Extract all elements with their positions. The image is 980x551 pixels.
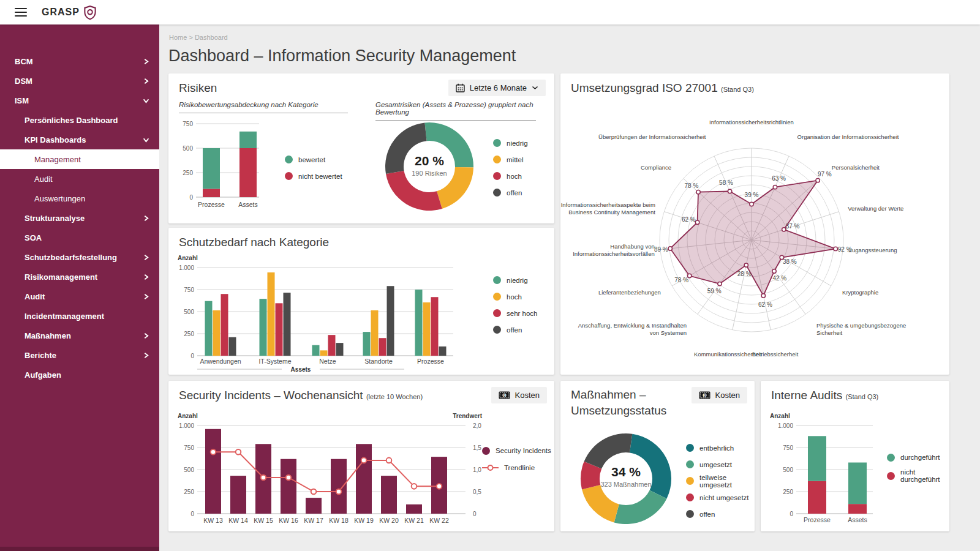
sidebar-item-label: Audit [34, 174, 53, 184]
svg-text:39 %: 39 % [745, 192, 759, 198]
sidebar-item-label: KPI Dashboards [24, 135, 86, 144]
svg-text:250: 250 [783, 489, 793, 495]
menu-icon[interactable] [15, 8, 27, 17]
legend-item: nicht durchgeführt [887, 467, 949, 485]
legend-item: Trendlinie [482, 459, 551, 476]
breadcrumb[interactable]: Home > Dashboard [169, 34, 228, 41]
svg-text:58 %: 58 % [719, 179, 733, 186]
sidebar-item-ism[interactable]: ISM [0, 91, 159, 110]
sidebar-item-aufgaben[interactable]: Aufgaben [0, 365, 159, 384]
radar-axis-label: Zugangssteuerung [848, 246, 897, 253]
legend-dot [686, 510, 694, 518]
radar-axis-label: Organisation der Informationssicherheit [797, 133, 899, 141]
legend-item: niedrig [493, 135, 528, 151]
sidebar-item-incidentmanagement[interactable]: Incidentmanagement [0, 306, 159, 326]
svg-text:2,0: 2,0 [473, 422, 481, 429]
sidebar-item-label: Risikomanagement [24, 272, 97, 282]
legend-incidents: Security IncidentsTrendlinie [482, 442, 551, 476]
legend-massnahmen: entbehrlichumgesetztteilweise umgesetztn… [686, 440, 755, 522]
sidebar-item-maßnahmen[interactable]: Maßnahmen [0, 326, 159, 345]
donut-center-value: 34 % [589, 465, 663, 479]
svg-text:Assets: Assets [291, 366, 311, 373]
chevron-right-icon [143, 254, 149, 261]
legend-coverage: bewertetnicht bewertet [285, 151, 342, 184]
legend-item: offen [493, 184, 528, 201]
chevron-down-icon [143, 97, 149, 104]
svg-text:KW 13: KW 13 [203, 517, 223, 524]
legend-dot [482, 447, 490, 455]
legend-item: teilweise umgesetzt [686, 473, 755, 489]
radar-axis-label: Verwaltung der Werte [848, 205, 903, 212]
sidebar-item-dsm[interactable]: DSM [0, 71, 159, 91]
chevron-right-icon [143, 352, 149, 359]
donut-center-value: 20 % [393, 154, 466, 168]
legend-audits: durchgeführtnicht durchgeführt [887, 448, 949, 485]
legend-label: offen [507, 326, 522, 334]
legend-label: Security Incidents [496, 447, 551, 454]
legend-item: niedrig [493, 272, 538, 288]
svg-text:63 %: 63 % [772, 175, 786, 182]
legend-item: nicht bewertet [285, 168, 342, 184]
sidebar-item-label: Audit [24, 292, 45, 301]
chevron-right-icon [143, 293, 149, 300]
sidebar-item-label: Auswertungen [34, 194, 85, 203]
legend-dot [887, 454, 895, 462]
svg-text:KW 20: KW 20 [379, 517, 399, 524]
legend-label: nicht durchgeführt [900, 468, 949, 483]
legend-dot [686, 493, 694, 501]
radar-axis-label: Überprüfungen der Informationssicherheit [598, 133, 706, 141]
svg-text:250: 250 [184, 331, 194, 337]
legend-dot [285, 156, 293, 163]
legend-label: umgesetzt [699, 461, 732, 468]
sidebar-item-kpi-dashboards[interactable]: KPI Dashboards [0, 130, 159, 149]
sidebar-item-label: Maßnahmen [24, 331, 71, 340]
svg-text:1.000: 1.000 [179, 422, 194, 429]
legend-label: bewertet [298, 156, 325, 163]
legend-dot [493, 139, 501, 147]
legend-label: niedrig [507, 140, 528, 147]
sidebar-item-soa[interactable]: SOA [0, 228, 159, 247]
app-logo[interactable]: GRASP [42, 5, 97, 20]
legend-dot [493, 309, 501, 317]
sidebar-item-strukturanalyse[interactable]: Strukturanalyse [0, 208, 159, 228]
radar-axis-label: Personalsicherheit [832, 164, 880, 171]
svg-text:750: 750 [184, 444, 194, 451]
svg-text:500: 500 [184, 467, 194, 473]
chevron-down-icon [143, 137, 149, 143]
sidebar-item-audit[interactable]: Audit [0, 169, 159, 189]
donut-center-label: 190 Risiken [393, 170, 466, 177]
legend-label: sehr hoch [507, 310, 538, 317]
sidebar-item-auswertungen[interactable]: Auswertungen [0, 189, 159, 208]
legend-schutzbedarf: niedrighochsehr hochoffen [493, 272, 538, 338]
sidebar-item-label: DSM [15, 77, 32, 86]
sidebar-item-label: Aufgaben [24, 370, 61, 380]
page-title: Dashboard – Information Security Managem… [168, 47, 516, 66]
sidebar-item-persönliches-dashboard[interactable]: Persönliches Dashboard [0, 110, 159, 130]
chevron-right-icon [143, 274, 149, 280]
legend-label: hoch [507, 173, 522, 180]
svg-text:59 %: 59 % [707, 288, 722, 294]
svg-text:0: 0 [190, 511, 194, 517]
sidebar-item-risikomanagement[interactable]: Risikomanagement [0, 267, 159, 287]
svg-text:KW 15: KW 15 [254, 517, 273, 524]
chevron-right-icon [143, 332, 149, 339]
legend-item: mittel [493, 151, 528, 168]
svg-text:KW 14: KW 14 [228, 517, 248, 524]
sidebar-nav: BCMDSMISMPersönliches DashboardKPI Dashb… [0, 24, 159, 384]
svg-text:78 %: 78 % [674, 277, 688, 283]
sidebar-item-schutzbedarfsfestellung[interactable]: Schutzbedarfsfestellung [0, 247, 159, 267]
sidebar-item-management[interactable]: Management [0, 149, 159, 169]
chevron-right-icon [143, 78, 149, 84]
svg-text:KW 19: KW 19 [354, 517, 374, 524]
radar-axis-label: Kryptographie [842, 288, 878, 296]
svg-text:500: 500 [184, 309, 194, 315]
sidebar-item-label: ISM [15, 96, 29, 105]
sidebar-item-berichte[interactable]: Berichte [0, 345, 159, 365]
svg-text:Anwendungen: Anwendungen [200, 358, 241, 365]
radar-axis-label: Informationssicherheitsrichtlinien [709, 119, 794, 126]
legend-label: offen [507, 189, 522, 197]
sidebar-item-bcm[interactable]: BCM [0, 51, 159, 71]
svg-text:Standorte: Standorte [364, 358, 393, 365]
sidebar-item-audit[interactable]: Audit [0, 287, 159, 306]
svg-text:42 %: 42 % [772, 275, 786, 282]
